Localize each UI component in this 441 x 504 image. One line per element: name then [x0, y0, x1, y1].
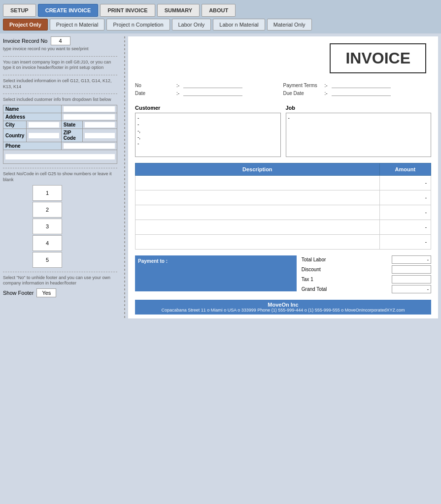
subnav-project-n-completion[interactable]: Project n Completion: [106, 19, 170, 31]
name-input[interactable]: [64, 106, 115, 112]
table-header-row: Description Amount: [136, 163, 431, 176]
country-value: [27, 129, 61, 142]
meta-no-label: No: [135, 83, 174, 88]
state-value: [82, 121, 117, 129]
table-row: -: [136, 235, 431, 250]
subnav-project-only[interactable]: Project Only: [3, 19, 48, 31]
customer-info-section: Select included customer info from dropd…: [3, 97, 117, 164]
meta-terms-row: Payment Terms :-: [283, 82, 432, 88]
nav-print-invoice[interactable]: PRINT INVOICE: [100, 4, 155, 17]
desc-cell-2: [136, 190, 380, 205]
footer-bar: MoveOn Inc Copacabana Street 11 o Miami …: [135, 300, 431, 315]
address-input[interactable]: [64, 114, 115, 120]
country-label: Country: [3, 129, 27, 142]
amount-cell-2: -: [379, 190, 431, 205]
meta-duedate-value: [332, 90, 391, 96]
desc-header: Description: [136, 163, 380, 176]
subnav-labor-n-material[interactable]: Labor n Material: [213, 19, 265, 31]
city-input[interactable]: [29, 122, 59, 127]
nav-create-invoice[interactable]: CREATE INVOICE: [38, 4, 99, 17]
invoice-record-input[interactable]: [51, 36, 70, 45]
job-title: Job: [286, 105, 432, 111]
number-section: Select No/Code in cell G25 to show numbe…: [3, 171, 117, 267]
zip-input[interactable]: [85, 133, 115, 138]
table-row: -: [136, 220, 431, 235]
show-footer-label: Show Footer: [3, 290, 34, 296]
right-wrapper: INVOICE No :- Date :-: [128, 36, 438, 318]
customer-box: Customer - - -, -, -: [135, 105, 281, 157]
meta-duedate-row: Due Date :-: [283, 90, 432, 96]
number-box-4: 4: [33, 235, 62, 251]
footer-section: Select "No" to unhide footer and you can…: [3, 275, 117, 297]
invoice-meta: No :- Date :- Pa: [130, 78, 436, 102]
grand-total-input[interactable]: [392, 285, 431, 293]
table-row: -: [136, 205, 431, 220]
discount-input[interactable]: [392, 265, 431, 274]
phone-input[interactable]: [64, 143, 115, 149]
customer-phone-row: Phone: [3, 142, 117, 150]
meta-date-label: Date: [135, 91, 174, 96]
customer-title: Customer: [135, 105, 281, 111]
footer-address: Copacabana Street 11 o Miami o USA o 333…: [138, 308, 428, 313]
tax1-input[interactable]: [392, 275, 431, 284]
subnav-project-n-material[interactable]: Project n Material: [50, 19, 105, 31]
vertical-divider: [124, 36, 125, 318]
hint5: Select No/Code in cell G25 to show numbe…: [3, 171, 117, 183]
hint1: type invoice record no you want to see/p…: [3, 46, 117, 52]
amount-cell-1: -: [379, 176, 431, 190]
zip-label: ZIP Code: [61, 129, 82, 142]
address-value: [61, 113, 117, 121]
tax1-label: Tax 1: [302, 277, 341, 282]
meta-terms-value: [332, 82, 391, 88]
customer-address-row: Address: [3, 113, 117, 121]
meta-duedate-label: Due Date: [283, 91, 323, 96]
table-row: -: [136, 190, 431, 205]
meta-duedate-sep: :-: [325, 91, 328, 96]
desc-cell-5: [136, 235, 380, 250]
meta-terms-sep: :-: [325, 83, 328, 88]
customer-line-2: -: [137, 122, 278, 127]
hint4: Select included customer info from dropd…: [3, 97, 117, 103]
customer-line-5: -: [137, 141, 278, 146]
number-list: 1 2 3 4 5: [33, 185, 117, 268]
invoice-title: INVOICE: [330, 43, 426, 73]
customer-extra-row: [3, 150, 117, 164]
footer-hint: Select "No" to unhide footer and you can…: [3, 275, 117, 286]
payment-to-label: Payment to :: [138, 258, 294, 264]
subnav-material-only[interactable]: Material Only: [267, 19, 312, 31]
amount-cell-4: -: [379, 220, 431, 235]
name-label: Name: [3, 105, 62, 113]
table-row: -: [136, 176, 431, 190]
total-labor-input[interactable]: [392, 255, 431, 264]
main-content: Invoice Record No type invoice record no…: [0, 33, 441, 321]
desc-cell-1: [136, 176, 380, 190]
hint2: You can insert company logo in cell G8:J…: [3, 60, 117, 71]
info-select-section: Select included information in cell G12,…: [3, 78, 117, 90]
payment-to-box: Payment to :: [135, 255, 297, 291]
invoice-record-section: Invoice Record No type invoice record no…: [3, 36, 117, 52]
amount-cell-5: -: [379, 235, 431, 250]
customer-line-4: -,: [137, 134, 278, 140]
job-content: -: [286, 113, 432, 157]
extra-input[interactable]: [5, 154, 115, 159]
state-input[interactable]: [85, 122, 115, 127]
amount-cell-3: -: [379, 205, 431, 220]
meta-no-row: No :-: [135, 82, 283, 88]
show-footer-input[interactable]: [36, 288, 56, 297]
nav-summary[interactable]: SUMMARY: [157, 4, 200, 17]
right-panel: INVOICE No :- Date :-: [128, 36, 438, 318]
subnav-labor-only[interactable]: Labor Only: [172, 19, 211, 31]
nav-about[interactable]: ABOUT: [202, 4, 236, 17]
nav-setup[interactable]: SETUP: [3, 4, 36, 17]
payment-to-content: [138, 264, 294, 288]
number-box-2: 2: [33, 202, 62, 218]
total-labor-label: Total Labor: [302, 257, 341, 262]
customer-content: - - -, -, -: [135, 113, 281, 157]
total-labor-row: Total Labor: [302, 255, 431, 264]
number-box-1: 1: [33, 185, 62, 201]
country-input[interactable]: [29, 133, 59, 138]
discount-label: Discount: [302, 267, 341, 272]
customer-job-section: Customer - - -, -, - Job -: [130, 102, 436, 160]
amount-header: Amount: [379, 163, 431, 176]
meta-date-value: [183, 90, 242, 96]
